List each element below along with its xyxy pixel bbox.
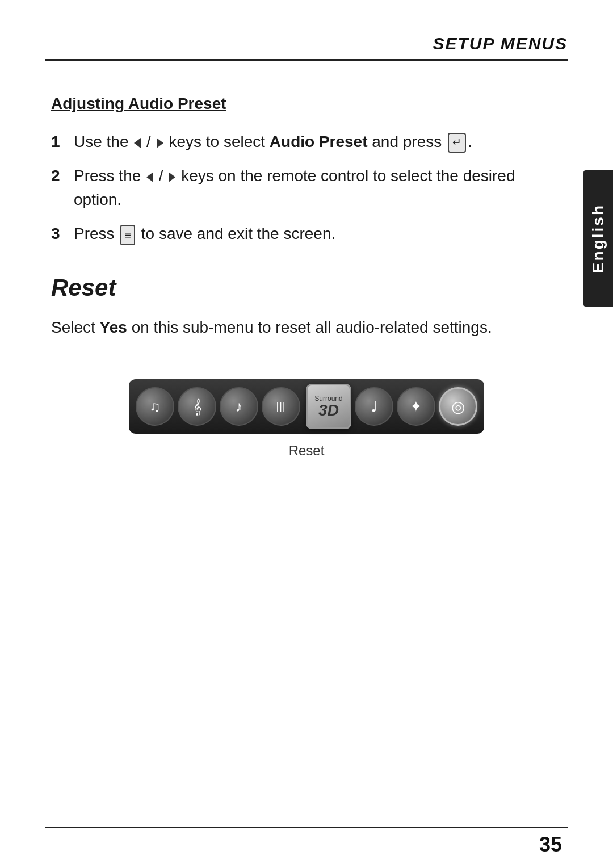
main-content: Adjusting Audio Preset 1 Use the / keys … bbox=[0, 61, 613, 493]
list-text-1: Use the / keys to select Audio Preset an… bbox=[74, 130, 562, 154]
list-item-2: 2 Press the / keys on the remote control… bbox=[51, 164, 562, 212]
menu-icon: ≡ bbox=[120, 225, 135, 245]
audio-preset-graphic: ♫ 𝄞 ♪ ||| Surro bbox=[129, 379, 484, 434]
english-tab: English bbox=[583, 170, 613, 307]
list-item-1: 1 Use the / keys to select Audio Preset … bbox=[51, 130, 562, 154]
preset-icon-surround-3d: Surround 3D bbox=[306, 384, 351, 429]
list-number-1: 1 bbox=[51, 130, 74, 154]
list-number-2: 2 bbox=[51, 164, 74, 188]
top-header: SETUP MENUS bbox=[0, 0, 613, 59]
equalizer-icon: ||| bbox=[276, 401, 285, 413]
preset-icon-equalizer: ||| bbox=[262, 387, 300, 426]
right-arrow-icon-2 bbox=[169, 172, 175, 182]
audio-preset-graphic-wrapper: ♫ 𝄞 ♪ ||| Surro bbox=[51, 362, 562, 459]
preset-icon-settings: ✦ bbox=[397, 387, 435, 426]
step3-pre: Press bbox=[74, 225, 115, 242]
step1-bold: Audio Preset bbox=[270, 133, 368, 150]
surround-3d-label: 3D bbox=[318, 402, 339, 418]
step2-pre: Press the bbox=[74, 167, 141, 184]
music-symbol-icon: ♪ bbox=[236, 398, 243, 416]
notes-icon: ♩ bbox=[371, 398, 377, 416]
left-arrow-icon-2 bbox=[146, 172, 153, 182]
english-tab-label: English bbox=[589, 204, 607, 273]
list-text-2: Press the / keys on the remote control t… bbox=[74, 164, 562, 212]
page-container: SETUP MENUS English Adjusting Audio Pres… bbox=[0, 0, 613, 868]
preset-icon-notes: ♩ bbox=[355, 387, 393, 426]
page-number: 35 bbox=[539, 833, 562, 857]
reset-heading: Reset bbox=[51, 274, 562, 301]
treble-clef-icon: 𝄞 bbox=[193, 398, 201, 416]
right-arrow-icon-1 bbox=[157, 138, 163, 148]
step3-post: to save and exit the screen. bbox=[141, 225, 335, 242]
list-text-3: Press ≡ to save and exit the screen. bbox=[74, 222, 562, 246]
step1-pre: Use the bbox=[74, 133, 129, 150]
reset-desc-post: on this sub-menu to reset all audio-rela… bbox=[132, 318, 492, 336]
reset-label-below: Reset bbox=[289, 443, 325, 459]
list-number-3: 3 bbox=[51, 222, 74, 246]
preset-icons-bar: ♫ 𝄞 ♪ ||| Surro bbox=[129, 379, 484, 434]
setup-menus-title: SETUP MENUS bbox=[433, 34, 568, 53]
instruction-list: 1 Use the / keys to select Audio Preset … bbox=[51, 130, 562, 246]
preset-icon-music: ♫ bbox=[136, 387, 174, 426]
left-arrow-icon-1 bbox=[134, 138, 141, 148]
music-note-icon: ♫ bbox=[149, 398, 161, 416]
settings-sparkle-icon: ✦ bbox=[410, 398, 422, 416]
bottom-rule bbox=[45, 827, 568, 828]
preset-icon-headphones: ◎ bbox=[439, 387, 477, 426]
enter-icon-1: ↵ bbox=[448, 133, 466, 153]
preset-icon-treble: 𝄞 bbox=[178, 387, 216, 426]
yes-bold: Yes bbox=[100, 318, 127, 336]
headphones-icon: ◎ bbox=[451, 397, 465, 416]
list-item-3: 3 Press ≡ to save and exit the screen. bbox=[51, 222, 562, 246]
section-heading-adjusting-audio-preset: Adjusting Audio Preset bbox=[51, 95, 562, 113]
preset-icon-note: ♪ bbox=[220, 387, 258, 426]
reset-description: Select Yes on this sub-menu to reset all… bbox=[51, 316, 562, 339]
